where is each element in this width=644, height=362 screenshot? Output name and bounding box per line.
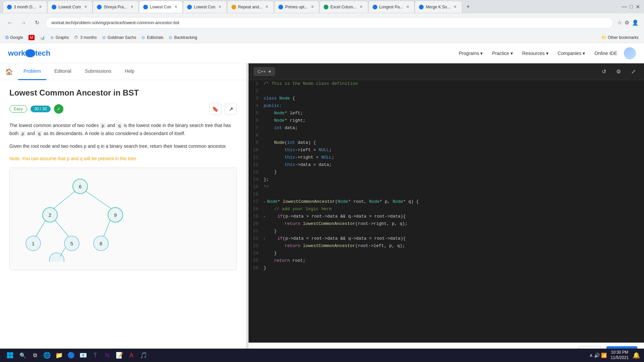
tab-favicon-6 [231,5,236,9]
bookmark-m[interactable]: M [29,35,35,40]
tab-editorial[interactable]: Editorial [49,63,77,80]
taskbar-app1[interactable]: A [126,350,137,361]
tab-8[interactable]: Excel Colum... ✕ [319,1,368,13]
code-line-12: 12 this->data = data; [249,161,644,169]
tab-close-2[interactable]: ✕ [83,4,88,10]
close-window-button[interactable]: ✕ [636,4,640,10]
tab-close-3[interactable]: ✕ [129,4,135,10]
nav-companies[interactable]: Companies ▾ [558,51,585,56]
site-logo: work@tech [8,49,50,58]
code-line-7: 7 int data; [249,124,644,132]
tab-2[interactable]: Lowest Com ✕ [47,1,93,13]
bookmark-editorials[interactable]: ⊙ Editorials [142,35,163,40]
maximize-button[interactable]: □ [630,4,633,10]
fullscreen-button[interactable]: ⤢ [628,66,639,77]
tab-help[interactable]: Help [119,63,140,80]
notification-icon[interactable]: 🔔 [633,352,640,359]
tab-close-7[interactable]: ✕ [310,4,315,10]
svg-line-1 [84,190,115,212]
forward-button[interactable]: → [19,18,28,27]
bookmark-3months[interactable]: ⏱ 3 months [74,35,97,40]
reload-button[interactable]: ↻ [32,18,42,27]
code-line-20: 20 return lowestCommonAncestor(root->rig… [249,220,644,228]
code-line-25: 25 return root; [249,257,644,264]
problem-description-2: Given the root node and two nodes p and … [9,142,237,150]
nav-resources[interactable]: Resources ▾ [522,51,548,56]
bookmark-other-label: Other bookmarks [608,35,639,40]
minimize-button[interactable]: — [622,4,627,10]
code-area[interactable]: 1 /* This is the Node class definition 2… [249,80,644,343]
user-avatar[interactable] [624,47,636,59]
nav-practice[interactable]: Practice ▾ [492,51,513,56]
language-selector[interactable]: C++ ▾ [254,67,275,76]
bookmark-graphs[interactable]: ⊙ Graphs [50,35,69,40]
taskbar-app2[interactable]: 🎵 [138,350,149,361]
tab-7[interactable]: Primes upt... ✕ [274,1,319,13]
tab-favicon-8 [324,5,328,9]
back-button[interactable]: ← [5,18,15,27]
extensions-icon[interactable]: ⚙ [625,19,629,26]
tab-close-9[interactable]: ✕ [405,4,410,10]
tab-close-8[interactable]: ✕ [359,4,364,10]
code-line-11: 11 this->right = NULL; [249,154,644,161]
bookmark-backtracking[interactable]: ⊙ Backtracking [169,35,197,40]
bookmark-chart-icon: 📊 [40,35,45,40]
new-tab-button[interactable]: + [464,2,473,11]
bookmarks-bar: G Google M 📊 ⊙ Graphs ⏱ 3 months ⊙ Goldm… [0,32,644,43]
tab-close-5[interactable]: ✕ [217,4,223,10]
tab-1[interactable]: 3 month D... ✕ [3,1,47,13]
code-line-10: 10 this->left = NULL; [249,146,644,154]
taskbar-edge[interactable]: 🌐 [42,350,52,361]
code-line-24: 24 } [249,250,644,257]
tab-10[interactable]: Merge K So... ✕ [415,1,462,13]
taskbar-something[interactable]: 📝 [114,350,125,361]
bookmark-chart[interactable]: 📊 [40,35,45,40]
share-button[interactable]: ↗ [225,103,237,115]
taskbar-search[interactable]: 🔍 [17,350,28,361]
tab-3[interactable]: Shreya Pra... ✕ [93,1,139,13]
svg-rect-19 [16,252,144,262]
nav-online-ide[interactable]: Online IDE [594,51,617,56]
taskbar-outlook[interactable]: 📧 [78,350,89,361]
bookmark-other[interactable]: 📁 Other bookmarks [601,35,639,40]
tab-close-10[interactable]: ✕ [452,4,458,10]
bookmark-google[interactable]: G Google [5,35,23,40]
p-code: p [100,123,106,128]
tab-problem[interactable]: Problem [18,63,46,80]
tab-4[interactable]: Lowest Con ✕ [139,1,183,13]
tab-close-4[interactable]: ✕ [173,4,178,10]
bookmark-star-icon[interactable]: ☆ [617,19,622,26]
bookmark-goldman[interactable]: ⊙ Goldman Sachs [102,35,136,40]
code-line-4: 4 public: [249,102,644,110]
tab-submissions[interactable]: Submissions [79,63,117,80]
tree-visualization: 6 2 9 1 5 [9,168,237,270]
nav-programs[interactable]: Programs ▾ [459,51,483,56]
tab-close-1[interactable]: ✕ [38,4,43,10]
start-button[interactable] [4,349,16,361]
taskbar-teams[interactable]: T [90,350,101,361]
taskbar-onenote[interactable]: N [102,350,113,361]
tab-5[interactable]: Lowest Con ✕ [183,1,227,13]
taskbar: 🔍 ⧉ 🌐 📁 🔵 📧 T N 📝 A 🎵 ∧ 🔊 📶 10:30 PM 11/… [0,349,644,362]
address-input[interactable]: workat.tech/problem-solving/practice/low… [46,17,613,28]
home-icon[interactable]: 🏠 [5,68,13,75]
settings-button[interactable]: ⚙ [613,66,624,77]
reset-button[interactable]: ↺ [598,66,609,77]
logo-work: work [8,49,25,57]
logo-tech: tech [35,49,50,57]
tab-9[interactable]: Longest Pa... ✕ [368,1,415,13]
browser-chrome: 3 month D... ✕ Lowest Com ✕ Shreya Pra..… [0,0,644,32]
tab-close-6[interactable]: ✕ [264,4,270,10]
code-line-21: 21 } [249,228,644,235]
tab-favicon-2 [52,5,56,9]
code-line-9: 9 Node(int data) { [249,139,644,146]
profile-icon[interactable]: 👤 [632,19,639,26]
tab-title-9: Longest Pa... [379,5,403,9]
taskbar-task-view[interactable]: ⧉ [30,350,40,361]
code-line-6: 6 Node* right; [249,117,644,124]
tab-6[interactable]: Repeat and... ✕ [227,1,274,13]
code-line-8: 8 [249,132,644,139]
bookmark-button[interactable]: 🔖 [209,103,221,115]
taskbar-chrome[interactable]: 🔵 [66,350,76,361]
taskbar-file-explorer[interactable]: 📁 [54,350,64,361]
